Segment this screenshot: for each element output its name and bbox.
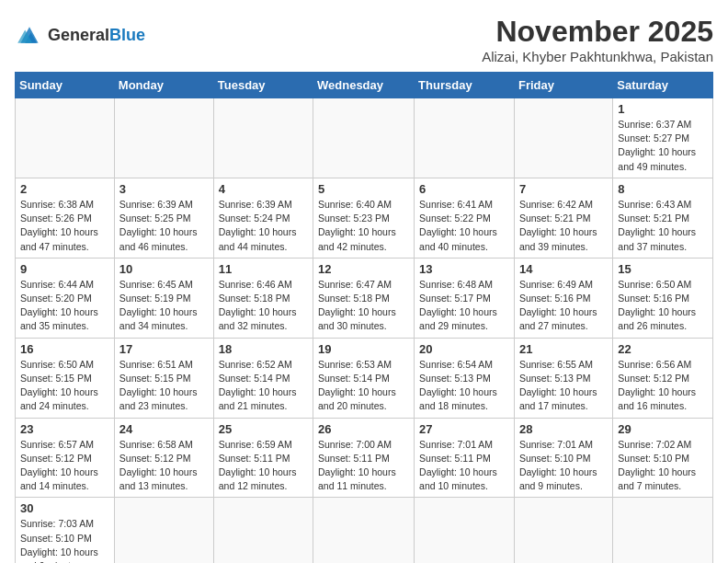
day-info: Sunrise: 6:46 AM Sunset: 5:18 PM Dayligh… [219, 278, 308, 334]
week-row-4: 16Sunrise: 6:50 AM Sunset: 5:15 PM Dayli… [16, 338, 713, 418]
day-cell: 19Sunrise: 6:53 AM Sunset: 5:14 PM Dayli… [313, 338, 415, 418]
week-row-1: 1Sunrise: 6:37 AM Sunset: 5:27 PM Daylig… [16, 98, 713, 178]
logo-icon [15, 22, 44, 48]
day-cell: 24Sunrise: 6:58 AM Sunset: 5:12 PM Dayli… [114, 418, 213, 498]
day-cell [415, 98, 515, 178]
day-info: Sunrise: 6:52 AM Sunset: 5:14 PM Dayligh… [219, 358, 308, 414]
day-cell [415, 498, 515, 563]
day-info: Sunrise: 6:51 AM Sunset: 5:15 PM Dayligh… [119, 358, 209, 414]
day-cell: 10Sunrise: 6:45 AM Sunset: 5:19 PM Dayli… [114, 258, 213, 338]
day-number: 18 [219, 342, 308, 356]
day-number: 12 [318, 262, 409, 276]
day-cell: 28Sunrise: 7:01 AM Sunset: 5:10 PM Dayli… [514, 418, 612, 498]
day-cell: 30Sunrise: 7:03 AM Sunset: 5:10 PM Dayli… [16, 498, 115, 563]
weekday-header-thursday: Thursday [415, 73, 515, 98]
day-cell: 23Sunrise: 6:57 AM Sunset: 5:12 PM Dayli… [16, 418, 115, 498]
day-cell: 16Sunrise: 6:50 AM Sunset: 5:15 PM Dayli… [16, 338, 115, 418]
day-number: 24 [119, 422, 209, 436]
week-row-5: 23Sunrise: 6:57 AM Sunset: 5:12 PM Dayli… [16, 418, 713, 498]
week-row-6: 30Sunrise: 7:03 AM Sunset: 5:10 PM Dayli… [16, 498, 713, 563]
day-number: 25 [219, 422, 308, 436]
day-cell [213, 498, 313, 563]
day-cell: 14Sunrise: 6:49 AM Sunset: 5:16 PM Dayli… [514, 258, 612, 338]
day-info: Sunrise: 6:37 AM Sunset: 5:27 PM Dayligh… [618, 118, 708, 174]
day-info: Sunrise: 7:01 AM Sunset: 5:11 PM Dayligh… [419, 438, 509, 494]
day-info: Sunrise: 6:38 AM Sunset: 5:26 PM Dayligh… [20, 198, 109, 254]
day-cell: 18Sunrise: 6:52 AM Sunset: 5:14 PM Dayli… [213, 338, 313, 418]
day-cell: 3Sunrise: 6:39 AM Sunset: 5:25 PM Daylig… [114, 178, 213, 258]
location-title: Alizai, Khyber Pakhtunkhwa, Pakistan [482, 49, 713, 64]
day-cell: 27Sunrise: 7:01 AM Sunset: 5:11 PM Dayli… [415, 418, 515, 498]
day-number: 27 [419, 422, 509, 436]
day-cell [313, 498, 415, 563]
day-cell [514, 98, 612, 178]
day-cell: 1Sunrise: 6:37 AM Sunset: 5:27 PM Daylig… [613, 98, 713, 178]
day-info: Sunrise: 6:57 AM Sunset: 5:12 PM Dayligh… [20, 438, 109, 494]
day-number: 7 [519, 182, 608, 196]
day-cell: 26Sunrise: 7:00 AM Sunset: 5:11 PM Dayli… [313, 418, 415, 498]
day-cell: 21Sunrise: 6:55 AM Sunset: 5:13 PM Dayli… [514, 338, 612, 418]
day-info: Sunrise: 6:45 AM Sunset: 5:19 PM Dayligh… [119, 278, 209, 334]
weekday-header-monday: Monday [114, 73, 213, 98]
day-number: 30 [20, 501, 109, 515]
weekday-header-tuesday: Tuesday [213, 73, 313, 98]
day-info: Sunrise: 6:48 AM Sunset: 5:17 PM Dayligh… [419, 278, 509, 334]
day-cell: 13Sunrise: 6:48 AM Sunset: 5:17 PM Dayli… [415, 258, 515, 338]
day-number: 22 [618, 342, 708, 356]
day-cell [313, 98, 415, 178]
day-info: Sunrise: 6:50 AM Sunset: 5:15 PM Dayligh… [20, 358, 109, 414]
day-info: Sunrise: 7:01 AM Sunset: 5:10 PM Dayligh… [519, 438, 608, 494]
day-number: 21 [519, 342, 608, 356]
day-cell: 6Sunrise: 6:41 AM Sunset: 5:22 PM Daylig… [415, 178, 515, 258]
day-cell: 15Sunrise: 6:50 AM Sunset: 5:16 PM Dayli… [613, 258, 713, 338]
day-info: Sunrise: 6:47 AM Sunset: 5:18 PM Dayligh… [318, 278, 409, 334]
weekday-header-friday: Friday [514, 73, 612, 98]
header: GeneralBlue November 2025 Alizai, Khyber… [15, 15, 713, 64]
day-number: 16 [20, 342, 109, 356]
day-number: 6 [419, 182, 509, 196]
calendar: SundayMondayTuesdayWednesdayThursdayFrid… [15, 72, 713, 563]
day-number: 11 [219, 262, 308, 276]
day-cell: 17Sunrise: 6:51 AM Sunset: 5:15 PM Dayli… [114, 338, 213, 418]
logo: GeneralBlue [15, 22, 145, 48]
day-cell: 7Sunrise: 6:42 AM Sunset: 5:21 PM Daylig… [514, 178, 612, 258]
day-number: 2 [20, 182, 109, 196]
day-number: 28 [519, 422, 608, 436]
day-info: Sunrise: 6:41 AM Sunset: 5:22 PM Dayligh… [419, 198, 509, 254]
day-info: Sunrise: 6:42 AM Sunset: 5:21 PM Dayligh… [519, 198, 608, 254]
day-number: 14 [519, 262, 608, 276]
day-number: 1 [618, 102, 708, 116]
day-cell [114, 98, 213, 178]
day-info: Sunrise: 7:00 AM Sunset: 5:11 PM Dayligh… [318, 438, 409, 494]
day-cell: 2Sunrise: 6:38 AM Sunset: 5:26 PM Daylig… [16, 178, 115, 258]
day-info: Sunrise: 6:58 AM Sunset: 5:12 PM Dayligh… [119, 438, 209, 494]
day-info: Sunrise: 6:40 AM Sunset: 5:23 PM Dayligh… [318, 198, 409, 254]
weekday-header-sunday: Sunday [16, 73, 115, 98]
day-info: Sunrise: 6:54 AM Sunset: 5:13 PM Dayligh… [419, 358, 509, 414]
week-row-3: 9Sunrise: 6:44 AM Sunset: 5:20 PM Daylig… [16, 258, 713, 338]
day-cell: 20Sunrise: 6:54 AM Sunset: 5:13 PM Dayli… [415, 338, 515, 418]
day-cell [613, 498, 713, 563]
day-number: 17 [119, 342, 209, 356]
day-number: 8 [618, 182, 708, 196]
day-cell: 22Sunrise: 6:56 AM Sunset: 5:12 PM Dayli… [613, 338, 713, 418]
day-number: 26 [318, 422, 409, 436]
day-cell [514, 498, 612, 563]
day-info: Sunrise: 6:56 AM Sunset: 5:12 PM Dayligh… [618, 358, 708, 414]
month-title: November 2025 [482, 15, 713, 49]
day-info: Sunrise: 6:59 AM Sunset: 5:11 PM Dayligh… [219, 438, 308, 494]
day-cell: 4Sunrise: 6:39 AM Sunset: 5:24 PM Daylig… [213, 178, 313, 258]
day-info: Sunrise: 7:02 AM Sunset: 5:10 PM Dayligh… [618, 438, 708, 494]
day-number: 4 [219, 182, 308, 196]
day-info: Sunrise: 6:53 AM Sunset: 5:14 PM Dayligh… [318, 358, 409, 414]
weekday-header-wednesday: Wednesday [313, 73, 415, 98]
day-info: Sunrise: 6:55 AM Sunset: 5:13 PM Dayligh… [519, 358, 608, 414]
weekday-header-saturday: Saturday [613, 73, 713, 98]
day-number: 9 [20, 262, 109, 276]
day-number: 15 [618, 262, 708, 276]
day-cell [114, 498, 213, 563]
day-info: Sunrise: 7:03 AM Sunset: 5:10 PM Dayligh… [20, 517, 109, 563]
day-info: Sunrise: 6:43 AM Sunset: 5:21 PM Dayligh… [618, 198, 708, 254]
day-number: 10 [119, 262, 209, 276]
day-cell: 29Sunrise: 7:02 AM Sunset: 5:10 PM Dayli… [613, 418, 713, 498]
